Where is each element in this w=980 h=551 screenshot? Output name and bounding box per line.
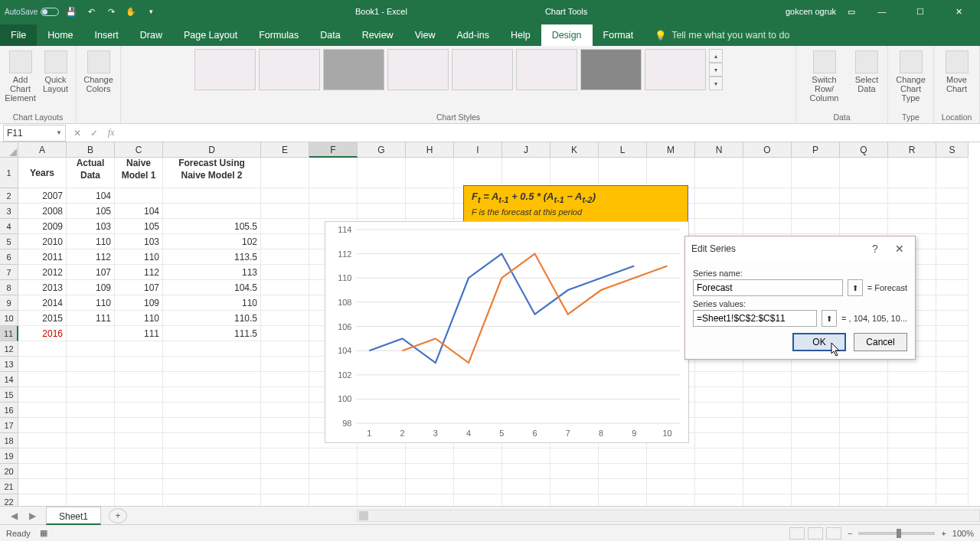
row-header[interactable]: 16 (0, 403, 18, 418)
cell[interactable] (115, 372, 163, 387)
switch-row-column-button[interactable]: Switch Row/ Column (801, 49, 848, 104)
cell[interactable] (647, 479, 695, 494)
select-all-corner[interactable] (0, 142, 18, 158)
cell[interactable]: 109 (115, 295, 163, 311)
column-header-M[interactable]: M (647, 142, 695, 158)
column-header-R[interactable]: R (888, 142, 936, 158)
zoom-slider[interactable] (858, 532, 935, 535)
cell[interactable] (309, 464, 358, 479)
cell[interactable] (358, 479, 406, 494)
cell[interactable] (840, 403, 888, 418)
chart-style-8[interactable] (645, 49, 706, 90)
cell[interactable] (309, 188, 358, 204)
cell[interactable]: 2011 (18, 249, 67, 265)
cell[interactable]: 107 (115, 280, 163, 295)
cell[interactable] (18, 387, 67, 403)
cell[interactable]: 2015 (18, 311, 67, 326)
cell[interactable] (936, 387, 969, 403)
cell[interactable] (792, 479, 840, 494)
autosave-toggle[interactable]: AutoSave (5, 8, 59, 16)
close-button[interactable]: ✕ (943, 0, 974, 23)
cell[interactable] (550, 448, 599, 464)
cell[interactable] (647, 494, 695, 506)
cell[interactable] (550, 494, 599, 506)
cell[interactable]: 109 (67, 280, 115, 295)
tab-page-layout[interactable]: Page Layout (173, 24, 248, 46)
row-header[interactable]: 7 (0, 265, 18, 280)
cell[interactable] (695, 387, 743, 403)
column-header-E[interactable]: E (261, 142, 309, 158)
cell[interactable] (163, 433, 261, 448)
cell[interactable] (261, 433, 309, 448)
row-header[interactable]: 12 (0, 341, 18, 357)
view-pagelayout-icon[interactable] (808, 527, 823, 540)
cell[interactable] (502, 464, 550, 479)
cell[interactable] (358, 204, 406, 219)
cell[interactable] (695, 158, 743, 188)
cell[interactable] (936, 326, 969, 341)
tab-draw[interactable]: Draw (129, 24, 173, 46)
column-header-I[interactable]: I (454, 142, 502, 158)
cell[interactable]: 2014 (18, 295, 67, 311)
row-header[interactable]: 15 (0, 387, 18, 403)
tab-insert[interactable]: Insert (84, 24, 129, 46)
column-header-H[interactable]: H (406, 142, 454, 158)
cell[interactable] (261, 204, 309, 219)
tab-file[interactable]: File (0, 24, 37, 46)
tab-review[interactable]: Review (351, 24, 404, 46)
cell[interactable] (18, 372, 67, 387)
cell[interactable]: Forecast Using Naive Model 2 (163, 158, 261, 188)
chart-style-4[interactable] (387, 49, 449, 90)
cell[interactable] (261, 341, 309, 357)
fx-icon[interactable]: fx (103, 126, 119, 141)
cell[interactable] (647, 158, 695, 188)
cell[interactable] (406, 448, 454, 464)
cell[interactable] (18, 403, 67, 418)
cell[interactable] (792, 204, 840, 219)
tab-home[interactable]: Home (37, 24, 83, 46)
cell[interactable] (261, 494, 309, 506)
cell[interactable] (18, 357, 67, 372)
chart-style-1[interactable] (194, 49, 256, 90)
cell[interactable] (888, 494, 936, 506)
cell[interactable] (888, 433, 936, 448)
cell[interactable] (743, 387, 792, 403)
cell[interactable] (67, 433, 115, 448)
cell[interactable] (840, 188, 888, 204)
cell[interactable] (599, 494, 647, 506)
cell[interactable] (840, 158, 888, 188)
cell[interactable]: 111 (67, 311, 115, 326)
cell[interactable] (163, 448, 261, 464)
chart[interactable]: 9810010210410610811011211412345678910 (325, 221, 689, 443)
cell[interactable]: 112 (115, 265, 163, 280)
cell[interactable] (163, 357, 261, 372)
cell[interactable] (18, 433, 67, 448)
cell[interactable] (840, 479, 888, 494)
row-header[interactable]: 4 (0, 219, 18, 234)
cell[interactable] (261, 418, 309, 433)
cell[interactable] (261, 326, 309, 341)
chart-style-2[interactable] (259, 49, 320, 90)
cell[interactable] (695, 204, 743, 219)
dialog-help-button[interactable]: ? (866, 240, 884, 258)
cell[interactable]: Naive Model 1 (115, 158, 163, 188)
cell[interactable] (358, 158, 406, 188)
cell[interactable] (261, 387, 309, 403)
cell[interactable] (115, 479, 163, 494)
row-header[interactable]: 19 (0, 448, 18, 464)
cell[interactable] (695, 464, 743, 479)
cell[interactable] (163, 479, 261, 494)
cell[interactable] (599, 448, 647, 464)
cell[interactable] (792, 433, 840, 448)
cell[interactable] (67, 387, 115, 403)
row-header[interactable]: 13 (0, 357, 18, 372)
cell[interactable] (936, 219, 969, 234)
maximize-button[interactable]: ☐ (905, 0, 936, 23)
chart-style-3[interactable] (323, 49, 384, 90)
cell[interactable] (743, 479, 792, 494)
cancel-button[interactable]: Cancel (854, 333, 907, 351)
column-header-K[interactable]: K (550, 142, 599, 158)
cell[interactable] (792, 418, 840, 433)
row-header[interactable]: 18 (0, 433, 18, 448)
cell[interactable] (406, 494, 454, 506)
